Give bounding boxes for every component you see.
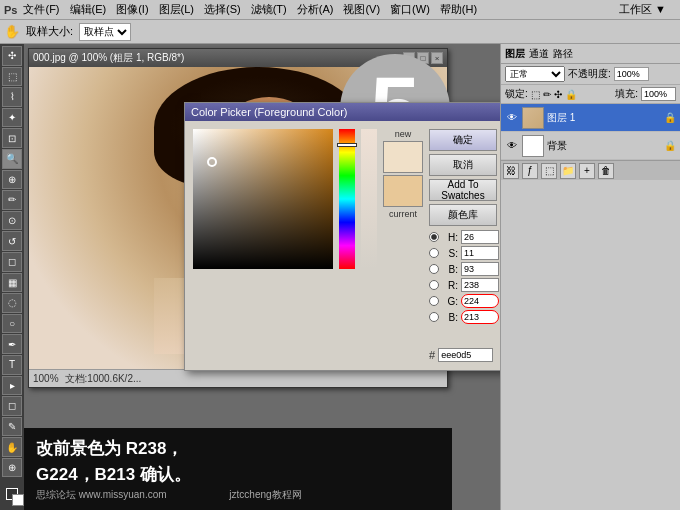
tab-channels[interactable]: 通道 bbox=[529, 47, 549, 61]
hue-row: H: 度 bbox=[429, 230, 500, 244]
dodge-tool[interactable]: ○ bbox=[2, 314, 22, 334]
add-mask-btn[interactable]: ⬚ bbox=[541, 163, 557, 179]
hue-radio[interactable] bbox=[429, 232, 439, 242]
bright-radio[interactable] bbox=[429, 264, 439, 274]
red-radio[interactable] bbox=[429, 280, 439, 290]
lock-all-icon[interactable]: 🔒 bbox=[565, 89, 577, 100]
bright-input[interactable] bbox=[461, 262, 499, 276]
opacity-label: 不透明度: bbox=[568, 67, 611, 81]
blend-mode-select[interactable]: 正常 bbox=[505, 66, 565, 82]
sample-size-select[interactable]: 取样点 bbox=[79, 23, 131, 41]
left-toolbar: ✣ ⬚ ⌇ ✦ ⊡ 🔍 ⊕ ✏ ⊙ ↺ ◻ ▦ ◌ ○ ✒ T ▸ ◻ ✎ ✋ … bbox=[0, 44, 24, 510]
blue-input[interactable] bbox=[461, 310, 499, 324]
blue-radio[interactable] bbox=[429, 312, 439, 322]
opacity-input[interactable] bbox=[614, 67, 649, 81]
eraser-tool[interactable]: ◻ bbox=[2, 252, 22, 272]
dialog-titlebar: Color Picker (Foreground Color) × bbox=[185, 103, 500, 121]
hsb-inputs: H: 度 S: % bbox=[429, 230, 500, 340]
color-library-button[interactable]: 颜色库 bbox=[429, 204, 497, 226]
menu-item-file[interactable]: 文件(F) bbox=[23, 2, 59, 17]
green-input[interactable] bbox=[461, 294, 499, 308]
layer-visibility-bg[interactable]: 👁 bbox=[505, 139, 519, 153]
workspace-btn[interactable]: 工作区 ▼ bbox=[619, 2, 666, 17]
current-color-swatch bbox=[383, 175, 423, 207]
layers-bottom-toolbar: ⛓ ƒ ⬚ 📁 + 🗑 bbox=[501, 160, 680, 180]
hue-input[interactable] bbox=[461, 230, 499, 244]
cancel-button[interactable]: 取消 bbox=[429, 154, 497, 176]
menu-item-window[interactable]: 窗口(W) bbox=[390, 2, 430, 17]
current-label: current bbox=[383, 209, 423, 219]
ok-button[interactable]: 确定 bbox=[429, 129, 497, 151]
blue-label: B: bbox=[442, 312, 458, 323]
menu-bar: Ps 文件(F) 编辑(E) 图像(I) 图层(L) 选择(S) 滤镜(T) 分… bbox=[0, 0, 680, 20]
menu-item-help[interactable]: 帮助(H) bbox=[440, 2, 477, 17]
opacity-slider-container[interactable] bbox=[361, 129, 377, 269]
path-select-tool[interactable]: ▸ bbox=[2, 376, 22, 396]
doc-close-btn[interactable]: × bbox=[431, 52, 443, 64]
crop-tool[interactable]: ⊡ bbox=[2, 128, 22, 148]
delete-layer-btn[interactable]: 🗑 bbox=[598, 163, 614, 179]
foreground-background-colors[interactable] bbox=[2, 480, 22, 507]
right-panel: 图层 通道 路径 正常 不透明度: 锁定: ⬚ ✏ ✣ 🔒 填充: bbox=[500, 44, 680, 510]
sat-input[interactable] bbox=[461, 246, 499, 260]
shape-tool[interactable]: ◻ bbox=[2, 396, 22, 416]
clone-tool[interactable]: ⊙ bbox=[2, 211, 22, 231]
hex-input[interactable] bbox=[438, 348, 493, 362]
gradient-tool[interactable]: ▦ bbox=[2, 273, 22, 293]
menu-item-select[interactable]: 选择(S) bbox=[204, 2, 241, 17]
menu-item-image[interactable]: 图像(I) bbox=[116, 2, 148, 17]
blur-tool[interactable]: ◌ bbox=[2, 293, 22, 313]
history-brush[interactable]: ↺ bbox=[2, 231, 22, 251]
green-label: G: bbox=[442, 296, 458, 307]
move-tool[interactable]: ✣ bbox=[2, 46, 22, 66]
canvas-area: 000.jpg @ 100% (粗层 1, RGB/8*) _ □ × bbox=[24, 44, 500, 510]
lock-label: 锁定: bbox=[505, 87, 528, 101]
opacity-slider[interactable] bbox=[361, 129, 377, 269]
brush-tool[interactable]: ✏ bbox=[2, 190, 22, 210]
color-preview-area: new current bbox=[383, 129, 423, 362]
tab-layers[interactable]: 图层 bbox=[505, 47, 525, 61]
tab-paths[interactable]: 路径 bbox=[553, 47, 573, 61]
color-inputs-area: H: 度 S: % bbox=[429, 230, 500, 340]
hue-slider-container[interactable] bbox=[339, 129, 355, 269]
menu-item-analyze[interactable]: 分析(A) bbox=[297, 2, 334, 17]
lock-transparent-icon[interactable]: ⬚ bbox=[531, 89, 540, 100]
dialog-buttons: 确定 取消 Add To Swatches 颜色库 bbox=[429, 129, 500, 226]
red-input[interactable] bbox=[461, 278, 499, 292]
type-tool[interactable]: T bbox=[2, 355, 22, 375]
menu-item-filter[interactable]: 滤镜(T) bbox=[251, 2, 287, 17]
fill-input[interactable] bbox=[641, 87, 676, 101]
fill-label: 填充: bbox=[615, 87, 638, 101]
hand-tool[interactable]: ✋ bbox=[2, 437, 22, 457]
layer-row-1[interactable]: 👁 图层 1 🔒 bbox=[501, 104, 680, 132]
marquee-tool[interactable]: ⬚ bbox=[2, 67, 22, 87]
lock-position-icon[interactable]: ✣ bbox=[554, 89, 562, 100]
hue-slider[interactable] bbox=[339, 129, 355, 269]
pen-tool[interactable]: ✒ bbox=[2, 334, 22, 354]
document-statusbar: 100% 文档:1000.6K/2... bbox=[29, 369, 447, 387]
document-status: 文档:1000.6K/2... bbox=[65, 372, 142, 386]
lasso-tool[interactable]: ⌇ bbox=[2, 87, 22, 107]
add-to-swatches-button[interactable]: Add To Swatches bbox=[429, 179, 497, 201]
layer-row-bg[interactable]: 👁 背景 🔒 bbox=[501, 132, 680, 160]
link-layers-btn[interactable]: ⛓ bbox=[503, 163, 519, 179]
sat-label: S: bbox=[442, 248, 458, 259]
color-gradient-square[interactable] bbox=[193, 129, 333, 269]
new-group-btn[interactable]: 📁 bbox=[560, 163, 576, 179]
menu-item-view[interactable]: 视图(V) bbox=[343, 2, 380, 17]
sat-radio[interactable] bbox=[429, 248, 439, 258]
hex-row: # bbox=[429, 348, 500, 362]
layer-name-bg: 背景 bbox=[547, 139, 567, 153]
menu-item-layer[interactable]: 图层(L) bbox=[159, 2, 194, 17]
lock-image-icon[interactable]: ✏ bbox=[543, 89, 551, 100]
menu-item-edit[interactable]: 编辑(E) bbox=[70, 2, 107, 17]
eyedropper-tool[interactable]: 🔍 bbox=[2, 149, 22, 169]
layer-visibility-1[interactable]: 👁 bbox=[505, 111, 519, 125]
heal-tool[interactable]: ⊕ bbox=[2, 170, 22, 190]
zoom-tool[interactable]: ⊕ bbox=[2, 458, 22, 478]
notes-tool[interactable]: ✎ bbox=[2, 417, 22, 437]
magic-wand-tool[interactable]: ✦ bbox=[2, 108, 22, 128]
add-style-btn[interactable]: ƒ bbox=[522, 163, 538, 179]
new-layer-btn[interactable]: + bbox=[579, 163, 595, 179]
green-radio[interactable] bbox=[429, 296, 439, 306]
